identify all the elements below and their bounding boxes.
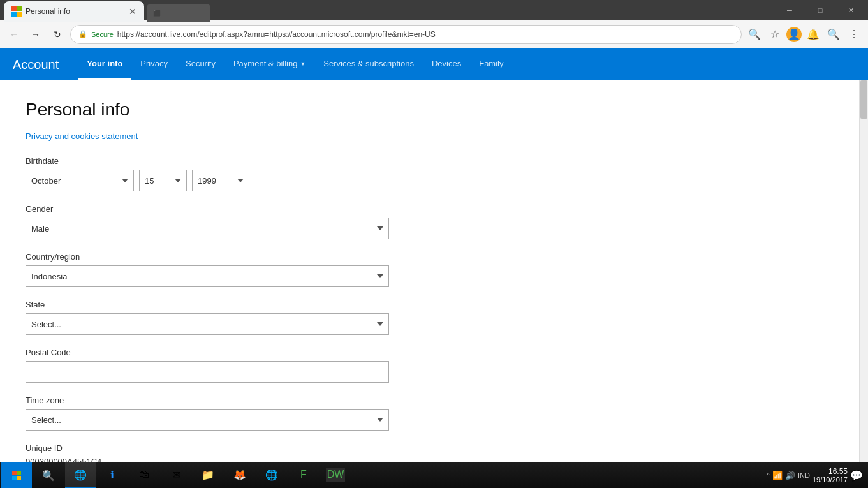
mail-taskbar-icon: ✉ [172, 469, 180, 481]
country-select[interactable]: Indonesia United States Malaysia [26, 265, 389, 287]
close-tab-button[interactable]: ✕ [129, 6, 136, 17]
taskbar-mail-app[interactable]: ✉ [161, 462, 191, 488]
menu-icon-btn[interactable]: ⋮ [845, 26, 863, 43]
app5-taskbar-icon: F [300, 469, 307, 480]
privacy-link[interactable]: Privacy and cookies statement [26, 131, 138, 141]
taskbar-store-app[interactable]: 🛍 [129, 462, 159, 488]
windows-logo [12, 471, 21, 480]
bookmark-icon-btn[interactable]: ☆ [766, 26, 784, 43]
unique-id-section: Unique ID 000300000A4551C4 [26, 443, 842, 462]
inactive-tab-icon: ⬛ [153, 10, 161, 17]
year-select[interactable]: 1999 200019981997 [192, 170, 249, 191]
refresh-button[interactable]: ↻ [48, 26, 66, 43]
zoom-icon-btn[interactable]: 🔍 [825, 26, 842, 43]
gender-select[interactable]: Male Female Other [26, 218, 389, 239]
scrollbar-thumb[interactable] [860, 80, 867, 119]
taskbar-dw-app[interactable]: DW [320, 462, 351, 488]
chrome-taskbar-icon: 🌐 [265, 469, 278, 481]
tab-title: Personal info [26, 7, 125, 16]
lang-indicator[interactable]: IND [798, 471, 810, 479]
minimize-button[interactable]: ─ [775, 0, 804, 20]
nav-brand: Account [13, 57, 59, 72]
ie-taskbar-icon: ℹ [110, 469, 114, 481]
postal-section: Postal Code [26, 348, 842, 383]
search-icon-btn[interactable]: 🔍 [746, 26, 763, 43]
taskbar-firefox-app[interactable]: 🦊 [224, 462, 255, 488]
lock-icon: 🔒 [78, 30, 87, 38]
address-bar: ← → ↻ 🔒 Secure https://account.live.com/… [0, 20, 868, 48]
extensions-icon-btn[interactable]: 🔔 [804, 26, 822, 43]
nav-item-your-info[interactable]: Your info [78, 48, 131, 80]
dw-taskbar-icon: DW [326, 468, 346, 482]
timezone-section: Time zone Select... [26, 396, 842, 431]
nav-menu: Account Your info Privacy Security Payme… [0, 48, 868, 80]
browser-taskbar-icon: 🌐 [74, 469, 87, 481]
country-section: Country/region Indonesia United States M… [26, 252, 842, 287]
taskbar-files-app[interactable]: 📁 [193, 462, 223, 488]
nav-item-privacy[interactable]: Privacy [131, 48, 177, 80]
url-bar[interactable]: 🔒 Secure https://account.live.com/editpr… [70, 25, 742, 44]
window-controls: ─ □ ✕ [775, 0, 868, 20]
state-label: State [26, 300, 842, 309]
search-taskbar-button[interactable]: 🔍 [33, 462, 64, 488]
gender-label: Gender [26, 204, 842, 214]
scrollbar-track [859, 80, 868, 462]
profile-icon-btn[interactable]: 👤 [786, 27, 802, 42]
taskbar-chrome-app[interactable]: 🌐 [256, 462, 287, 488]
clock-time: 16.55 [813, 467, 848, 476]
page-title: Personal info [26, 100, 842, 120]
timezone-label: Time zone [26, 396, 842, 405]
clock-date: 19/10/2017 [813, 476, 848, 484]
network-icon: 📶 [772, 471, 783, 480]
favicon [11, 6, 22, 17]
state-select[interactable]: Select... [26, 313, 389, 335]
taskbar-app5[interactable]: F [288, 462, 319, 488]
nav-item-devices[interactable]: Devices [423, 48, 470, 80]
unique-id-label: Unique ID [26, 443, 842, 453]
system-tray-expand[interactable]: ^ [767, 472, 770, 479]
postal-label: Postal Code [26, 348, 842, 357]
system-clock[interactable]: 16.55 19/10/2017 [813, 467, 848, 484]
url-text: https://account.live.com/editprof.aspx?a… [117, 30, 436, 39]
unique-id-value: 000300000A4551C4 [26, 457, 842, 462]
birthdate-row: JanuaryFebruaryMarch AprilMayJune JulyAu… [26, 170, 842, 191]
postal-input[interactable] [26, 361, 389, 383]
inactive-tab[interactable]: ⬛ [147, 4, 210, 22]
search-taskbar-icon: 🔍 [42, 470, 55, 482]
notification-icon[interactable]: 💬 [850, 470, 863, 482]
birthdate-label: Birthdate [26, 156, 842, 166]
nav-item-payment-billing[interactable]: Payment & billing ▼ [224, 48, 314, 80]
taskbar: 🔍 🌐 ℹ 🛍 ✉ 📁 🦊 🌐 F DW ^ 📶 � [0, 462, 868, 488]
month-select[interactable]: JanuaryFebruaryMarch AprilMayJune JulyAu… [26, 170, 134, 191]
gender-section: Gender Male Female Other [26, 204, 842, 239]
secure-label: Secure [91, 31, 114, 38]
taskbar-left: 🔍 🌐 ℹ 🛍 ✉ 📁 🦊 🌐 F DW [0, 462, 351, 488]
browser-titlebar: Personal info ✕ ⬛ ─ □ ✕ [0, 0, 868, 20]
active-tab[interactable]: Personal info ✕ [4, 1, 144, 22]
birthdate-section: Birthdate JanuaryFebruaryMarch AprilMayJ… [26, 156, 842, 191]
nav-item-family[interactable]: Family [470, 48, 512, 80]
country-label: Country/region [26, 252, 842, 262]
maximize-button[interactable]: □ [805, 0, 835, 20]
taskbar-browser-app[interactable]: 🌐 [65, 462, 96, 488]
close-window-button[interactable]: ✕ [836, 0, 865, 20]
files-taskbar-icon: 📁 [202, 469, 214, 481]
back-button[interactable]: ← [5, 26, 23, 43]
taskbar-right: ^ 📶 🔊 IND 16.55 19/10/2017 💬 [767, 467, 868, 484]
day-select[interactable]: 1234 5678 9101112 131415 16171819 202122… [139, 170, 187, 191]
payment-dropdown-arrow: ▼ [300, 61, 305, 67]
forward-button[interactable]: → [27, 26, 45, 43]
volume-icon: 🔊 [785, 471, 795, 480]
nav-item-services-subscriptions[interactable]: Services & subscriptions [314, 48, 423, 80]
start-button[interactable] [1, 462, 32, 488]
address-actions: 🔍 ☆ 👤 🔔 🔍 ⋮ [746, 26, 863, 43]
state-section: State Select... [26, 300, 842, 335]
taskbar-ie-app[interactable]: ℹ [97, 462, 128, 488]
timezone-select[interactable]: Select... [26, 409, 389, 431]
firefox-taskbar-icon: 🦊 [233, 469, 246, 481]
nav-item-security[interactable]: Security [177, 48, 224, 80]
store-taskbar-icon: 🛍 [139, 469, 149, 480]
main-content: Personal info Privacy and cookies statem… [0, 80, 868, 462]
